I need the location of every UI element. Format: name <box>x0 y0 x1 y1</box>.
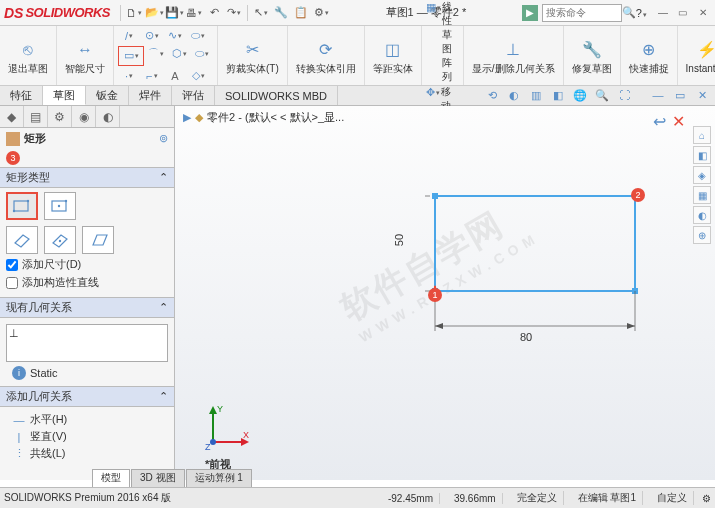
info-icon: i <box>12 366 26 380</box>
rt-view2-button[interactable]: ◈ <box>693 166 711 184</box>
point-tool-button[interactable]: · <box>118 68 140 84</box>
bottom-tab-model[interactable]: 模型 <box>92 469 130 487</box>
section-button[interactable]: ◧ <box>549 86 567 104</box>
rect-type-center[interactable] <box>44 192 76 220</box>
doc-close-button[interactable]: ✕ <box>693 86 711 104</box>
spline-tool-button[interactable]: ∿ <box>164 28 186 44</box>
options-button[interactable]: 📋 <box>292 4 310 22</box>
slot-tool-button[interactable]: ⬭ <box>191 46 213 62</box>
rectangle-tool-button[interactable]: ▭ <box>120 48 142 64</box>
offset-button[interactable]: ◫等距实体 <box>369 36 417 76</box>
bottom-tab-3dview[interactable]: 3D 视图 <box>131 469 185 487</box>
search-glass-icon[interactable]: 🔍 <box>622 6 636 19</box>
rect-type-3pt-corner[interactable] <box>6 226 38 254</box>
search-icon[interactable]: ▶ <box>522 5 538 21</box>
polygon-tool-button[interactable]: ⬡ <box>168 46 190 62</box>
line-tool-button[interactable]: / <box>118 28 140 44</box>
pattern-button[interactable]: ▦ <box>426 0 441 16</box>
fit-button[interactable]: ⛶ <box>615 86 633 104</box>
add-construction-checkbox[interactable] <box>6 277 18 289</box>
plane-tool-button[interactable]: ◇ <box>187 68 209 84</box>
bottom-tab-motion[interactable]: 运动算例 1 <box>186 469 252 487</box>
tab-mbd[interactable]: SOLIDWORKS MBD <box>215 86 338 105</box>
section-existing-relations[interactable]: 现有几何关系⌃ <box>0 297 174 318</box>
restore-button[interactable]: ▭ <box>675 5 691 21</box>
status-custom[interactable]: 自定义 <box>651 491 694 505</box>
search-input[interactable] <box>542 4 622 22</box>
side-tab-property[interactable]: ▤ <box>24 106 48 127</box>
settings-button[interactable]: ⚙ <box>312 4 330 22</box>
rect-type-parallelogram[interactable] <box>82 226 114 254</box>
help-button[interactable]: ? <box>636 7 647 19</box>
exit-sketch-button[interactable]: ⎋ 退出草图 <box>4 36 52 76</box>
section-rect-type[interactable]: 矩形类型⌃ <box>0 167 174 188</box>
open-file-button[interactable]: 📂 <box>145 4 163 22</box>
side-tab-feature-tree[interactable]: ◆ <box>0 106 24 127</box>
side-tab-config[interactable]: ⚙ <box>48 106 72 127</box>
doc-max-button[interactable]: ▭ <box>671 86 689 104</box>
doc-min-button[interactable]: — <box>649 86 667 104</box>
rect-type-corner[interactable] <box>6 192 38 220</box>
print-button[interactable]: 🖶 <box>185 4 203 22</box>
undo-button[interactable]: ↶ <box>205 4 223 22</box>
tab-feature[interactable]: 特征 <box>0 86 43 105</box>
relation-horizontal[interactable]: —水平(H) <box>6 411 168 428</box>
repair-sketch-button[interactable]: 🔧修复草图 <box>568 36 616 76</box>
tab-evaluate[interactable]: 评估 <box>172 86 215 105</box>
snap-button[interactable]: ⊕快速捕捉 <box>625 36 673 76</box>
section-add-relations[interactable]: 添加几何关系⌃ <box>0 386 174 407</box>
convert-button[interactable]: ⟳转换实体引用 <box>292 36 360 76</box>
rect-type-3pt-center[interactable] <box>44 226 76 254</box>
minimize-button[interactable]: — <box>655 5 671 21</box>
collapse-icon: ⌃ <box>159 171 168 184</box>
sketch-confirm-icon[interactable]: ↩ <box>653 112 666 131</box>
svg-marker-28 <box>209 406 217 414</box>
rt-home-button[interactable]: ⌂ <box>693 126 711 144</box>
side-tab-display[interactable]: ◉ <box>72 106 96 127</box>
graphics-area[interactable]: ▶ ◆ 零件2 - (默认< < 默认>_显... ↩ ✕ ⌂ ◧ ◈ ▦ ◐ … <box>175 106 715 480</box>
circle-tool-button[interactable]: ⊙ <box>141 28 163 44</box>
collapse-icon: ⌃ <box>159 390 168 403</box>
scene-button[interactable]: 🌐 <box>571 86 589 104</box>
svg-rect-10 <box>435 196 635 291</box>
breadcrumb[interactable]: ▶ ◆ 零件2 - (默认< < 默认>_显... <box>183 110 344 125</box>
pm-pin-button[interactable]: ⊚ <box>159 132 168 145</box>
relation-collinear[interactable]: ⋮共线(L) <box>6 445 168 462</box>
display-relations-button[interactable]: ⊥显示/删除几何关系 <box>468 36 559 76</box>
view-triad[interactable]: Y X Z <box>205 400 255 450</box>
orient-button[interactable]: ⟲ <box>483 86 501 104</box>
status-options-icon[interactable]: ⚙ <box>702 493 711 504</box>
tab-weldment[interactable]: 焊件 <box>129 86 172 105</box>
select-button[interactable]: ↖ <box>252 4 270 22</box>
new-file-button[interactable]: 🗋 <box>125 4 143 22</box>
tab-sketch[interactable]: 草图 <box>43 86 86 105</box>
sketch-cancel-icon[interactable]: ✕ <box>672 112 685 131</box>
rt-view4-button[interactable]: ◐ <box>693 206 711 224</box>
view-style-button[interactable]: ◐ <box>505 86 523 104</box>
rt-view3-button[interactable]: ▦ <box>693 186 711 204</box>
rt-view1-button[interactable]: ◧ <box>693 146 711 164</box>
dimension-icon: ↔ <box>73 38 97 62</box>
dimension-width[interactable]: 80 <box>520 331 532 343</box>
instant2d-button[interactable]: ⚡Instant2D <box>682 36 715 76</box>
zoom-button[interactable]: 🔍 <box>593 86 611 104</box>
right-toolbar: ⌂ ◧ ◈ ▦ ◐ ⊕ <box>693 126 711 244</box>
perspective-button[interactable]: ▥ <box>527 86 545 104</box>
redo-button[interactable]: ↷ <box>225 4 243 22</box>
add-dimension-checkbox[interactable] <box>6 259 18 271</box>
side-tab-appearance[interactable]: ◐ <box>96 106 120 127</box>
smart-dimension-button[interactable]: ↔ 智能尺寸 <box>61 36 109 76</box>
rt-view5-button[interactable]: ⊕ <box>693 226 711 244</box>
tab-sheetmetal[interactable]: 钣金 <box>86 86 129 105</box>
close-button[interactable]: ✕ <box>695 5 711 21</box>
arc-tool-button[interactable]: ⌒ <box>145 46 167 62</box>
text-tool-button[interactable]: A <box>164 68 186 84</box>
dimension-height[interactable]: 50 <box>393 234 405 246</box>
save-button[interactable]: 💾 <box>165 4 183 22</box>
rebuild-button[interactable]: 🔧 <box>272 4 290 22</box>
relation-vertical[interactable]: |竖直(V) <box>6 428 168 445</box>
trim-button[interactable]: ✂剪裁实体(T) <box>222 36 283 76</box>
fillet-tool-button[interactable]: ⌐ <box>141 68 163 84</box>
ellipse-tool-button[interactable]: ⬭ <box>187 28 209 44</box>
existing-relations-list[interactable]: ⊥ <box>6 324 168 362</box>
